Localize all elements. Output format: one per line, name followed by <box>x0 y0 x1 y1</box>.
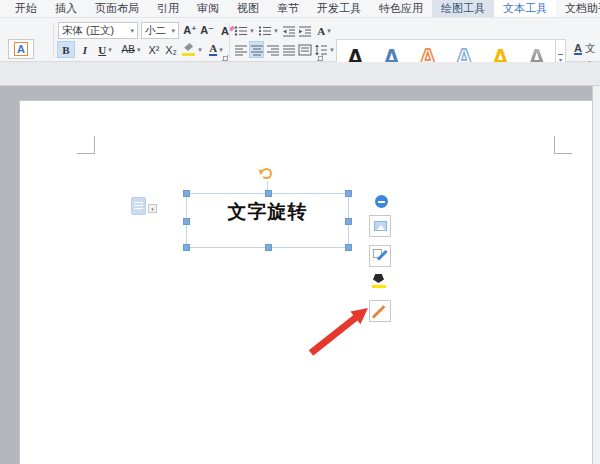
menu-dev-tools[interactable]: 开发工具 <box>308 0 370 17</box>
menu-bar: 开始 插入 页面布局 引用 审阅 视图 章节 开发工具 特色应用 绘图工具 文本… <box>0 0 600 18</box>
menu-text-tools[interactable]: 文本工具 <box>494 0 556 17</box>
clear-format-icon: A <box>221 25 229 37</box>
menu-review[interactable]: 审阅 <box>188 0 228 17</box>
bold-button[interactable]: B <box>57 41 75 58</box>
scrollbar-area[interactable] <box>592 86 600 464</box>
fill-color-bar <box>372 285 386 288</box>
align-center-button[interactable] <box>249 41 264 58</box>
margin-mark-top-left <box>77 136 95 154</box>
chevron-down-icon: ▾ <box>130 27 134 35</box>
font-dialog-launcher[interactable] <box>222 55 228 61</box>
strikethrough-button[interactable]: AB ▾ <box>118 41 144 58</box>
paste-clipboard-icon <box>131 197 146 215</box>
font-color-glyph: A <box>209 43 217 56</box>
divider <box>229 22 230 58</box>
align-right-icon <box>266 44 280 56</box>
superscript-button[interactable]: X² <box>146 41 162 58</box>
ribbon: A 文本框▾ 宋体 (正文) ▾ 小二 ▾ A⁺ A⁻ A B I U ▾ AB… <box>0 18 600 62</box>
text-fill-icon: A <box>574 43 582 55</box>
menu-references[interactable]: 引用 <box>148 0 188 17</box>
align-justify-button[interactable] <box>281 41 296 58</box>
align-justify-icon <box>282 44 296 56</box>
menu-section[interactable]: 章节 <box>268 0 308 17</box>
chevron-down-icon: ▾ <box>148 204 157 213</box>
textbox-text[interactable]: 文字旋转 <box>187 199 348 225</box>
more-bar <box>558 54 563 55</box>
menu-page-layout[interactable]: 页面布局 <box>86 0 148 17</box>
menu-start[interactable]: 开始 <box>6 0 46 17</box>
strikethrough-glyph: AB <box>122 44 135 55</box>
numbered-list-button[interactable]: ▾ <box>257 22 279 39</box>
resize-handle-n[interactable] <box>265 190 272 197</box>
menu-view[interactable]: 视图 <box>228 0 268 17</box>
resize-handle-ne[interactable] <box>345 190 352 197</box>
chevron-down-icon: ▾ <box>330 46 334 54</box>
bullet-list-button[interactable]: ▾ <box>233 22 255 39</box>
chevron-down-icon: ▾ <box>198 46 202 54</box>
chevron-down-icon: ▾ <box>219 46 223 54</box>
paste-options-button[interactable]: ▾ <box>131 197 157 217</box>
fill-color-button[interactable] <box>371 273 388 290</box>
menu-special-apps[interactable]: 特色应用 <box>370 0 432 17</box>
bullet-list-icon <box>234 25 248 37</box>
document-workspace: ▾ 文字旋转 <box>0 86 600 464</box>
chevron-down-icon: ▾ <box>108 46 112 54</box>
shrink-font-button[interactable]: A⁻ <box>199 22 215 39</box>
subscript-button[interactable]: X₂ <box>163 41 179 58</box>
divider <box>53 22 54 58</box>
line-spacing-icon <box>314 44 328 56</box>
clear-format-button[interactable]: A <box>216 22 234 39</box>
decrease-indent-button[interactable] <box>281 22 296 39</box>
collapse-toolbar-button[interactable] <box>375 195 388 208</box>
distribute-text-button[interactable] <box>297 41 312 58</box>
text-fill-label: 文 <box>585 42 596 56</box>
font-size-value: 小二 <box>145 24 169 38</box>
chevron-down-icon: ▾ <box>171 27 175 35</box>
paint-bucket-icon <box>373 274 384 283</box>
red-annotation-arrow <box>301 298 377 362</box>
align-left-button[interactable] <box>233 41 248 58</box>
resize-handle-sw[interactable] <box>183 244 190 251</box>
menu-doc-assistant[interactable]: 文档助手 <box>556 0 600 17</box>
resize-handle-w[interactable] <box>183 218 190 225</box>
increase-indent-button[interactable] <box>297 22 312 39</box>
selected-textbox[interactable]: 文字旋转 <box>186 193 349 248</box>
chevron-down-icon: ▾ <box>137 46 141 54</box>
grow-font-button[interactable]: A⁺ <box>182 22 198 39</box>
font-name-value: 宋体 (正文) <box>62 24 128 38</box>
underline-button[interactable]: U ▾ <box>94 41 116 58</box>
resize-handle-e[interactable] <box>345 218 352 225</box>
menu-insert[interactable]: 插入 <box>46 0 86 17</box>
italic-button[interactable]: I <box>78 41 92 58</box>
textbox-button[interactable]: A <box>8 39 34 59</box>
increase-indent-icon <box>298 25 312 37</box>
layout-options-icon <box>374 221 387 231</box>
highlight-pen-icon <box>182 43 196 56</box>
document-tab-bar: ▾ W 我的WPS × 云文档 × 新建 DOC 文档.doc * × + >查 <box>0 62 600 86</box>
text-fill-button[interactable]: A 文 <box>574 41 600 57</box>
underline-glyph: U <box>98 44 106 56</box>
margin-mark-top-right <box>554 136 572 154</box>
textbox-icon: A <box>14 42 28 56</box>
chevron-down-icon: ▾ <box>274 27 278 35</box>
chevron-down-icon: ▾ <box>327 27 331 35</box>
resize-handle-s[interactable] <box>265 244 272 251</box>
document-page[interactable] <box>19 100 592 464</box>
distribute-text-icon <box>298 44 312 56</box>
char-effect-glyph: A <box>317 25 325 37</box>
layout-options-button[interactable] <box>369 215 391 237</box>
shape-style-button[interactable] <box>369 245 391 267</box>
align-left-icon <box>234 44 248 56</box>
decrease-indent-icon <box>282 25 296 37</box>
font-size-combo[interactable]: 小二 ▾ <box>141 22 179 39</box>
resize-handle-nw[interactable] <box>183 190 190 197</box>
menu-drawing-tools[interactable]: 绘图工具 <box>432 0 494 17</box>
paragraph-dialog-launcher[interactable] <box>317 55 323 61</box>
char-effect-button[interactable]: A ▾ <box>313 22 335 39</box>
align-right-button[interactable] <box>265 41 280 58</box>
font-name-combo[interactable]: 宋体 (正文) ▾ <box>58 22 138 39</box>
resize-handle-se[interactable] <box>345 244 352 251</box>
numbered-list-icon <box>258 25 272 37</box>
highlight-color-button[interactable]: ▾ <box>181 41 203 58</box>
align-center-icon <box>250 44 263 56</box>
